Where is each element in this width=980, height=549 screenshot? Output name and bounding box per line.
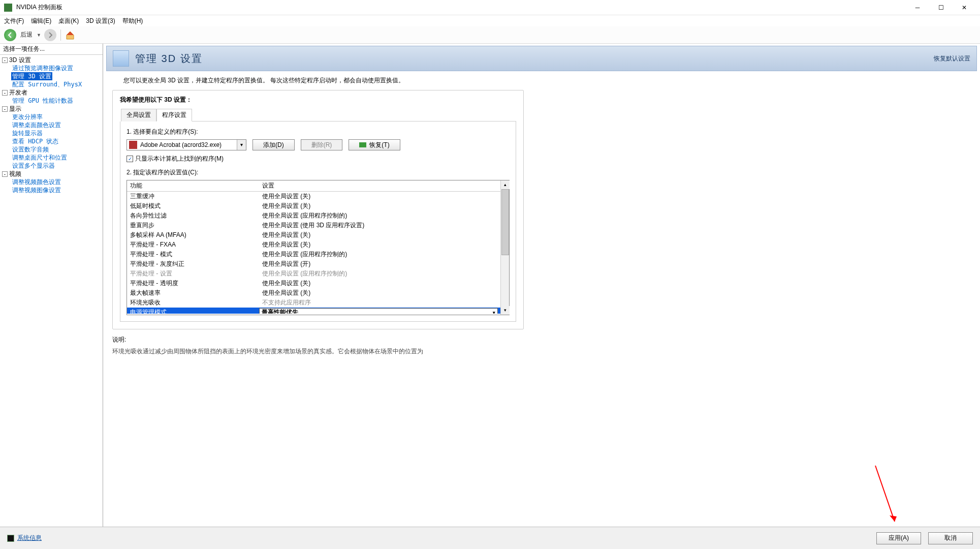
feature-cell: 平滑处理 - 灰度纠正 xyxy=(127,260,259,268)
settings-row[interactable]: 平滑处理 - 模式使用全局设置 (应用程序控制的) xyxy=(127,250,509,259)
remove-program-button: 删除(R) xyxy=(301,139,343,150)
explain-label: 说明: xyxy=(112,336,971,344)
tree-item[interactable]: 调整视频图像设置 xyxy=(11,186,62,194)
scroll-thumb[interactable] xyxy=(501,189,509,255)
tree-toggle[interactable]: - xyxy=(2,90,8,96)
tab-program-settings[interactable]: 程序设置 xyxy=(156,109,192,121)
settings-row[interactable]: 环境光吸收不支持此应用程序 xyxy=(127,298,509,308)
setting-cell: 使用全局设置 (关) xyxy=(259,192,509,201)
back-label: 后退 xyxy=(20,30,33,39)
settings-row[interactable]: 低延时模式使用全局设置 (关) xyxy=(127,201,509,211)
menu-file[interactable]: 文件(F) xyxy=(4,17,24,25)
column-setting[interactable]: 设置 xyxy=(259,180,509,191)
feature-cell: 环境光吸收 xyxy=(127,298,259,307)
settings-row[interactable]: 平滑处理 - 透明度使用全局设置 (关) xyxy=(127,279,509,288)
feature-cell: 低延时模式 xyxy=(127,202,259,210)
cancel-button[interactable]: 取消 xyxy=(928,532,973,544)
feature-cell: 平滑处理 - 设置 xyxy=(127,269,259,278)
tree-toggle[interactable]: - xyxy=(2,57,8,63)
tree-item[interactable]: 管理 3D 设置 xyxy=(11,72,52,80)
tree-item[interactable]: 查看 HDCP 状态 xyxy=(11,137,59,145)
setting-cell: 使用全局设置 (关) xyxy=(259,231,509,239)
settings-panel: 我希望使用以下 3D 设置： 全局设置 程序设置 1. 选择要自定义的程序(S)… xyxy=(112,90,524,329)
tree-item[interactable]: 更改分辨率 xyxy=(11,113,44,121)
tree-item[interactable]: 通过预览调整图像设置 xyxy=(11,64,74,72)
chevron-down-icon[interactable]: ▾ xyxy=(237,140,246,150)
tree-item[interactable]: 旋转显示器 xyxy=(11,129,44,137)
menu-bar: 文件(F) 编辑(E) 桌面(K) 3D 设置(3) 帮助(H) xyxy=(0,15,980,26)
feature-cell: 三重缓冲 xyxy=(127,192,259,201)
feature-cell: 电源管理模式 xyxy=(127,308,259,314)
settings-row[interactable]: 各向异性过滤使用全局设置 (应用程序控制的) xyxy=(127,211,509,221)
menu-help[interactable]: 帮助(H) xyxy=(122,17,143,25)
settings-tabs: 全局设置 程序设置 xyxy=(121,108,516,121)
tree-group-label[interactable]: 3D 设置 xyxy=(9,56,31,64)
minimize-button[interactable]: ─ xyxy=(906,0,929,15)
settings-row[interactable]: 平滑处理 - FXAA使用全局设置 (关) xyxy=(127,240,509,250)
setting-cell: 使用全局设置 (开) xyxy=(259,260,509,268)
tree-item[interactable]: 管理 GPU 性能计数器 xyxy=(11,97,74,105)
content-pane: 管理 3D 设置 恢复默认设置 您可以更改全局 3D 设置，并建立特定程序的置换… xyxy=(103,44,980,527)
settings-row[interactable]: 垂直同步使用全局设置 (使用 3D 应用程序设置) xyxy=(127,221,509,230)
tree-group-label[interactable]: 显示 xyxy=(9,105,22,112)
settings-row[interactable]: 三重缓冲使用全局设置 (关) xyxy=(127,192,509,201)
setting-cell: 使用全局设置 (关) xyxy=(259,289,509,297)
back-button[interactable] xyxy=(4,29,16,41)
setting-cell: 不支持此应用程序 xyxy=(259,298,509,307)
scroll-down-arrow[interactable]: ▾ xyxy=(501,306,510,315)
tree-group-label[interactable]: 开发者 xyxy=(9,89,28,96)
nvidia-app-icon xyxy=(4,4,12,12)
home-button[interactable] xyxy=(65,30,75,40)
column-feature[interactable]: 功能 xyxy=(127,180,259,191)
system-info-link[interactable]: 系统信息 xyxy=(17,534,42,542)
setting-cell: 使用全局设置 (关) xyxy=(259,240,509,249)
panel-heading: 我希望使用以下 3D 设置： xyxy=(120,96,516,104)
restore-defaults-link[interactable]: 恢复默认设置 xyxy=(934,54,970,63)
setting-cell: 使用全局设置 (关) xyxy=(259,202,509,210)
tree-item[interactable]: 配置 Surround、PhysX xyxy=(11,80,83,88)
task-sidebar: 选择一项任务... -3D 设置通过预览调整图像设置管理 3D 设置配置 Sur… xyxy=(0,44,103,527)
feature-cell: 多帧采样 AA (MFAA) xyxy=(127,231,259,239)
tree-item[interactable]: 调整桌面颜色设置 xyxy=(11,121,62,129)
grid-scrollbar[interactable]: ▴ ▾ xyxy=(500,180,509,315)
program-select-combo[interactable]: Adobe Acrobat (acrord32.exe) ▾ xyxy=(127,139,246,150)
apply-button[interactable]: 应用(A) xyxy=(876,532,921,544)
forward-button[interactable] xyxy=(44,29,56,41)
tree-toggle[interactable]: - xyxy=(2,106,8,112)
task-tree: -3D 设置通过预览调整图像设置管理 3D 设置配置 Surround、Phys… xyxy=(0,55,103,194)
menu-edit[interactable]: 编辑(E) xyxy=(31,17,51,25)
feature-cell: 平滑处理 - 模式 xyxy=(127,250,259,259)
maximize-button[interactable]: ☐ xyxy=(929,0,953,15)
restore-program-button[interactable]: 恢复(T) xyxy=(349,139,400,150)
add-program-button[interactable]: 添加(D) xyxy=(252,139,295,150)
tree-item[interactable]: 设置数字音频 xyxy=(11,145,50,154)
settings-row[interactable]: 平滑处理 - 灰度纠正使用全局设置 (开) xyxy=(127,259,509,269)
menu-desktop[interactable]: 桌面(K) xyxy=(58,17,79,25)
only-found-label: 只显示本计算机上找到的程序(M) xyxy=(135,155,224,163)
setting-value-dropdown[interactable]: 最高性能优先▾ xyxy=(259,308,498,314)
tree-item[interactable]: 设置多个显示器 xyxy=(11,162,56,170)
step1-label: 1. 选择要自定义的程序(S): xyxy=(127,128,510,136)
back-history-dropdown[interactable]: ▼ xyxy=(37,33,41,38)
only-found-checkbox[interactable]: ✓ xyxy=(127,156,133,162)
settings-row[interactable]: 电源管理模式最高性能优先▾ xyxy=(127,308,509,314)
program-select-value: Adobe Acrobat (acrord32.exe) xyxy=(139,141,237,148)
feature-cell: 垂直同步 xyxy=(127,221,259,230)
close-button[interactable]: ✕ xyxy=(953,0,976,15)
tree-toggle[interactable]: - xyxy=(2,171,8,177)
acrobat-icon xyxy=(129,141,137,149)
explain-body: 环境光吸收通过减少由周围物体所阻挡的表面上的环境光密度来增加场景的真实感。它会根… xyxy=(103,344,510,356)
settings-row[interactable]: 多帧采样 AA (MFAA)使用全局设置 (关) xyxy=(127,230,509,240)
settings-row[interactable]: 平滑处理 - 设置使用全局设置 (应用程序控制的) xyxy=(127,269,509,279)
chevron-down-icon[interactable]: ▾ xyxy=(493,310,495,314)
scroll-up-arrow[interactable]: ▴ xyxy=(501,180,510,189)
tree-item[interactable]: 调整视频颜色设置 xyxy=(11,178,62,186)
sidebar-header: 选择一项任务... xyxy=(0,44,103,55)
annotation-arrow xyxy=(870,461,901,527)
menu-3d-settings[interactable]: 3D 设置(3) xyxy=(86,17,115,25)
svg-marker-1 xyxy=(890,515,897,522)
tab-global-settings[interactable]: 全局设置 xyxy=(121,109,156,121)
settings-row[interactable]: 最大帧速率使用全局设置 (关) xyxy=(127,288,509,298)
tree-group-label[interactable]: 视频 xyxy=(9,170,22,177)
tree-item[interactable]: 调整桌面尺寸和位置 xyxy=(11,154,68,162)
